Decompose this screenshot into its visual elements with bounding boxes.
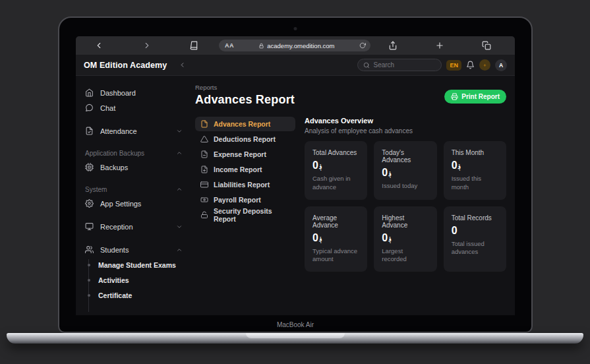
sidebar-section-system[interactable]: System bbox=[76, 183, 192, 196]
quick-add-button[interactable] bbox=[479, 59, 490, 71]
forward-button[interactable] bbox=[142, 41, 152, 50]
url-text: academy.omedition.com bbox=[267, 42, 334, 49]
report-nav-label: Payroll Report bbox=[214, 196, 261, 204]
stat-number: 0 bbox=[312, 160, 318, 171]
search-input[interactable] bbox=[373, 61, 436, 69]
share-button[interactable] bbox=[388, 41, 398, 50]
stat-number: 0 bbox=[382, 167, 388, 178]
new-tab-button[interactable] bbox=[435, 41, 444, 50]
report-nav-item-security-deposits-report[interactable]: Security Deposits Report bbox=[195, 208, 295, 222]
stat-value: 0؋ bbox=[312, 160, 359, 171]
page-title: Advances Report bbox=[195, 93, 295, 107]
sidebar-item-label: Manage Student Exams bbox=[98, 261, 176, 269]
stat-card-total-records: Total Records0Total issued advances bbox=[444, 206, 506, 272]
stat-card-average-advance: Average Advance0؋Typical advance amount bbox=[305, 206, 367, 272]
stat-subtitle: Total issued advances bbox=[452, 240, 498, 257]
sidebar-item-students[interactable]: Students bbox=[76, 242, 192, 257]
reload-icon bbox=[359, 42, 366, 49]
report-nav-item-payroll-report[interactable]: Payroll Report bbox=[195, 193, 295, 207]
currency-symbol: ؋ bbox=[388, 235, 391, 243]
page-header: Reports Advances Report Print Report bbox=[195, 84, 506, 107]
laptop-base bbox=[7, 333, 583, 344]
sidebar-item-label: Activities bbox=[98, 276, 129, 284]
credit-card-icon bbox=[200, 181, 208, 189]
stat-card-today-s-advances: Today's Advances0؋Issued today bbox=[374, 141, 436, 200]
sidebar-item-manage-student-exams[interactable]: Manage Student Exams bbox=[88, 257, 192, 272]
lock-open-icon bbox=[200, 211, 208, 219]
screen: AA academy.omedition.com OM Edition Acad… bbox=[76, 36, 515, 315]
home-icon bbox=[85, 88, 94, 97]
language-badge[interactable]: EN bbox=[446, 60, 461, 71]
report-nav-item-expense-report[interactable]: Expense Report bbox=[195, 147, 295, 162]
report-nav-label: Deductions Report bbox=[214, 135, 276, 143]
sidebar-section-label: Application Backups bbox=[85, 150, 144, 157]
sidebar-item-app-settings[interactable]: App Settings bbox=[76, 196, 192, 211]
sidebar-item-label: Dashboard bbox=[100, 89, 136, 97]
print-report-button[interactable]: Print Report bbox=[444, 90, 506, 104]
sidebar-item-reception[interactable]: Reception bbox=[76, 219, 192, 234]
brand-title: OM Edition Academy bbox=[84, 61, 167, 70]
bell-icon bbox=[466, 61, 475, 69]
sidebar-item-chat[interactable]: Chat bbox=[76, 100, 192, 115]
tabs-button[interactable] bbox=[482, 41, 491, 50]
report-nav-label: Liabilities Report bbox=[214, 181, 270, 189]
sidebar-section-application-backups[interactable]: Application Backups bbox=[76, 146, 192, 160]
back-button[interactable] bbox=[94, 41, 103, 50]
plus-icon bbox=[435, 41, 444, 50]
search-icon bbox=[363, 62, 370, 69]
stat-subtitle: Largest recorded bbox=[382, 247, 428, 264]
app-header: OM Edition Academy EN A bbox=[76, 55, 515, 76]
stat-value: 0؋ bbox=[312, 232, 359, 244]
sidebar-item-backups[interactable]: Backups bbox=[76, 160, 192, 175]
sidebar-item-dashboard[interactable]: Dashboard bbox=[76, 85, 192, 100]
reload-button[interactable] bbox=[359, 42, 366, 49]
stat-title: This Month bbox=[452, 149, 498, 156]
report-nav-item-liabilities-report[interactable]: Liabilities Report bbox=[195, 177, 295, 192]
stat-number: 0 bbox=[382, 232, 388, 243]
overview-title: Advances Overview bbox=[305, 117, 506, 125]
sidebar-collapse-button[interactable] bbox=[179, 61, 186, 69]
stat-number: 0 bbox=[452, 225, 457, 236]
report-nav-item-advances-report[interactable]: Advances Report bbox=[195, 117, 295, 131]
chevron-up-container bbox=[176, 150, 183, 156]
device-label: MacBook Air bbox=[59, 321, 531, 328]
sidebar-item-activities[interactable]: Activities bbox=[88, 272, 192, 288]
report-layout: Advances ReportDeductions ReportExpense … bbox=[195, 117, 506, 315]
chevron-up-container bbox=[176, 186, 183, 193]
file-check-icon bbox=[85, 127, 94, 135]
browser-toolbar: AA academy.omedition.com bbox=[76, 36, 515, 55]
chat-icon bbox=[85, 104, 94, 112]
laptop-base-notch bbox=[246, 333, 345, 338]
search-icon bbox=[363, 62, 370, 69]
sidebar-item-certificate[interactable]: Certificate bbox=[88, 288, 192, 303]
chevron-down-container bbox=[176, 224, 183, 230]
sidebar-item-attendance[interactable]: Attendance bbox=[76, 123, 192, 138]
bookmarks-button[interactable] bbox=[189, 41, 198, 50]
stat-card-total-advances: Total Advances0؋Cash given in advance bbox=[305, 141, 367, 200]
search-box[interactable] bbox=[357, 59, 442, 71]
app-body: DashboardChatAttendanceApplication Backu… bbox=[76, 76, 515, 315]
text-size-button[interactable]: AA bbox=[225, 42, 234, 49]
report-nav-item-deductions-report[interactable]: Deductions Report bbox=[195, 132, 295, 146]
currency-symbol: ؋ bbox=[319, 235, 322, 243]
print-report-label: Print Report bbox=[461, 93, 500, 100]
tabs-icon bbox=[482, 41, 491, 50]
stat-value: 0 bbox=[452, 225, 498, 237]
plus-icon bbox=[483, 62, 487, 69]
report-nav-item-income-report[interactable]: Income Report bbox=[195, 162, 295, 177]
file-plus-icon bbox=[200, 166, 208, 173]
stat-title: Highest Advance bbox=[382, 214, 428, 229]
breadcrumb: Reports bbox=[195, 84, 295, 91]
sidebar-item-label: Backups bbox=[100, 164, 128, 171]
printer-icon bbox=[451, 93, 458, 100]
stat-value: 0؋ bbox=[452, 160, 498, 171]
address-bar[interactable]: AA academy.omedition.com bbox=[219, 40, 370, 51]
stat-title: Average Advance bbox=[312, 214, 359, 229]
avatar[interactable]: A bbox=[495, 59, 507, 71]
stat-subtitle: Typical advance amount bbox=[312, 247, 359, 264]
chevron-down-icon bbox=[176, 224, 183, 230]
share-icon bbox=[388, 41, 398, 50]
printer-icon bbox=[451, 93, 458, 100]
file-icon bbox=[200, 120, 208, 128]
notifications-button[interactable] bbox=[466, 61, 475, 69]
